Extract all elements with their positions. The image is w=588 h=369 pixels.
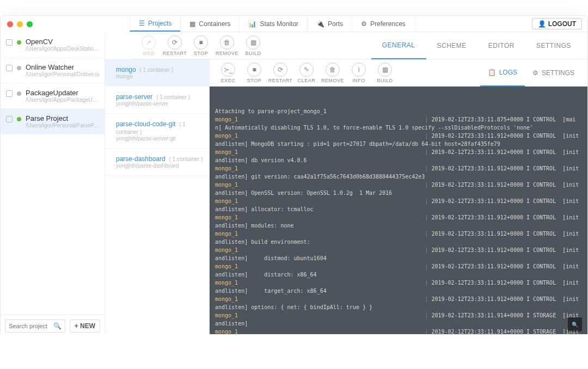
container-item[interactable]: parse-cloud-code-git ( 1 container )yong… <box>105 114 209 149</box>
restart-button[interactable]: ⟳RESTART <box>162 35 188 56</box>
container-remove-button[interactable]: 🗑REMOVE <box>320 63 346 83</box>
top-nav: ☰ Projects ▦ Containers 📊 Stats Monitor … <box>130 16 587 32</box>
info-button[interactable]: iINFO <box>346 63 372 83</box>
container-image: yongjhih/parse-server <box>116 101 190 107</box>
project-item[interactable]: Parse Project/Users/igor/Personal/ParseP… <box>1 109 105 134</box>
subtab-settings[interactable]: SETTINGS <box>525 32 582 59</box>
container-image: yongjhih/parse-dashboard <box>116 163 203 169</box>
minimize-window-button[interactable] <box>17 21 23 27</box>
project-item[interactable]: Online Watcher/Users/igor/Personal/Onlin… <box>1 58 105 83</box>
trash-icon: 🗑 <box>329 66 336 73</box>
container-image: yongjhih/parse-server:git <box>116 136 204 142</box>
tab-stats-monitor[interactable]: 📊 Stats Monitor <box>239 16 308 32</box>
search-icon: 🔍 <box>53 322 62 330</box>
tab-preferences[interactable]: ⚙ Preferences <box>352 16 415 32</box>
container-count: ( 1 container ) <box>138 67 173 73</box>
logs-icon: 📋 <box>488 69 496 76</box>
subtab-logs[interactable]: 📋LOGS <box>480 59 525 87</box>
log-line: mongo_1 | 2019-02-12T23:33:11.914+0000 I… <box>215 328 582 334</box>
container-restart-button[interactable]: ⟳RESTART <box>267 63 293 83</box>
container-item[interactable]: parse-dashboard ( 1 container )yongjhih/… <box>105 149 209 176</box>
container-name: mongo <box>116 66 136 73</box>
stop-icon: ■ <box>252 66 256 73</box>
search-input[interactable] <box>9 323 53 329</box>
project-name: OpenCV <box>26 38 100 46</box>
broom-icon: ✎ <box>304 66 309 73</box>
clear-button[interactable]: ✎CLEAR <box>293 63 320 83</box>
log-line: mongo_1 | 2019-02-12T23:33:11.912+0000 I… <box>215 148 582 164</box>
search-icon: 🔍 <box>572 321 578 329</box>
container-image: mongo <box>116 73 173 79</box>
log-view[interactable]: Attaching to parse-project_mongo_1mongo_… <box>210 87 587 334</box>
web-button[interactable]: ↗WEB <box>136 35 162 56</box>
log-line: mongo_1 | 2019-02-12T23:33:11.912+0000 I… <box>215 295 582 311</box>
stop-button[interactable]: ■STOP <box>188 35 214 56</box>
tab-projects[interactable]: ☰ Projects <box>130 16 181 32</box>
log-line: mongo_1 | 2019-02-12T23:33:11.912+0000 I… <box>215 132 582 148</box>
grid-icon: ▦ <box>382 66 388 73</box>
container-toolbar: ≻_EXEC ■STOP ⟳RESTART ✎CLEAR 🗑REMOVE iIN… <box>210 59 587 87</box>
build-button[interactable]: ▦BUILD <box>240 35 266 56</box>
project-checkbox[interactable] <box>6 90 13 97</box>
container-list: mongo ( 1 container )mongoparse-server (… <box>105 32 210 334</box>
project-path: /Users/igor/Apps/DeskStationSide <box>26 46 100 52</box>
terminal-icon: ≻_ <box>224 66 233 73</box>
project-checkbox[interactable] <box>6 65 13 71</box>
status-dot-icon <box>17 40 21 45</box>
project-path: /Users/igor/Apps/PackageUpdater <box>26 97 100 103</box>
log-line: mongo_1 | 2019-02-12T23:33:11.912+0000 I… <box>215 279 582 295</box>
status-dot-icon <box>17 117 21 121</box>
plug-icon: 🔌 <box>316 20 324 28</box>
remove-button[interactable]: 🗑REMOVE <box>214 35 240 56</box>
project-checkbox[interactable] <box>6 116 13 122</box>
exec-button[interactable]: ≻_EXEC <box>215 63 241 83</box>
container-item[interactable]: parse-server ( 1 container )yongjhih/par… <box>105 87 209 114</box>
stop-icon: ■ <box>199 39 203 46</box>
refresh-icon: ⟳ <box>278 66 283 73</box>
container-name: parse-cloud-code-git <box>116 120 175 128</box>
info-icon: i <box>358 66 360 73</box>
status-dot-icon <box>17 91 21 96</box>
status-dot-icon <box>17 66 21 70</box>
grid-icon: ▦ <box>189 20 195 28</box>
tab-ports[interactable]: 🔌 Ports <box>307 16 352 32</box>
project-toolbar: ↗WEB ⟳RESTART ■STOP 🗑REMOVE ▦BUILD GENER… <box>130 32 587 59</box>
magnify-button[interactable]: 🔍 <box>568 317 582 331</box>
project-item[interactable]: PackageUpdater/Users/igor/Apps/PackageUp… <box>1 83 105 109</box>
new-project-button[interactable]: + NEW <box>70 319 100 333</box>
container-item[interactable]: mongo ( 1 container )mongo <box>105 59 209 87</box>
subtab-scheme[interactable]: SCHEME <box>426 32 477 59</box>
container-name: parse-server <box>116 93 152 101</box>
container-count: ( 1 container ) <box>155 94 189 100</box>
close-window-button[interactable] <box>7 21 13 27</box>
grid-icon: ▦ <box>250 39 256 46</box>
maximize-window-button[interactable] <box>27 21 33 27</box>
container-name: parse-dashboard <box>116 155 166 163</box>
project-checkbox[interactable] <box>6 39 13 46</box>
project-name: Parse Project <box>26 114 100 122</box>
subtab-container-settings[interactable]: ⚙SETTINGS <box>525 59 582 87</box>
subtab-editor[interactable]: EDITOR <box>477 32 525 59</box>
container-build-button[interactable]: ▦BUILD <box>372 63 398 83</box>
search-project[interactable]: 🔍 <box>5 319 65 333</box>
logout-button[interactable]: 👤 LOGOUT <box>532 18 582 29</box>
trash-icon: 🗑 <box>224 39 230 46</box>
log-line: mongo_1 | 2019-02-12T23:33:11.912+0000 I… <box>215 246 582 262</box>
log-line: mongo_1 | 2019-02-12T23:33:11.912+0000 I… <box>215 262 582 279</box>
container-count: ( 1 container ) <box>168 156 203 162</box>
user-icon: 👤 <box>538 20 546 28</box>
chart-icon: 📊 <box>248 20 256 28</box>
project-name: PackageUpdater <box>26 89 100 97</box>
project-sidebar: OpenCV/Users/igor/Apps/DeskStationSideOn… <box>1 32 105 334</box>
log-line: mongo_1 | 2019-02-12T23:33:11.912+0000 I… <box>215 197 582 213</box>
project-name: Online Watcher <box>26 63 100 71</box>
subtab-general[interactable]: GENERAL <box>371 32 426 59</box>
project-path: /Users/igor/Personal/ParseProject <box>26 122 100 128</box>
project-item[interactable]: OpenCV/Users/igor/Apps/DeskStationSide <box>1 32 105 58</box>
log-line: Attaching to parse-project_mongo_1 <box>215 107 582 115</box>
tab-containers[interactable]: ▦ Containers <box>180 16 240 32</box>
project-path: /Users/igor/Personal/Onliner.io <box>26 71 100 77</box>
log-line: mongo_1 | 2019-02-12T23:33:11.912+0000 I… <box>215 213 582 230</box>
log-line: mongo_1 | 2019-02-12T23:33:11.875+0000 I… <box>215 115 582 132</box>
container-stop-button[interactable]: ■STOP <box>241 63 267 83</box>
